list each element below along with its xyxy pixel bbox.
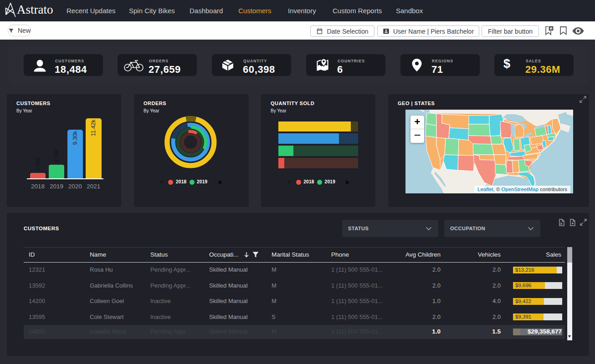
svg-text:x: x — [560, 221, 563, 226]
svg-text:Leaflet, © OpenStreetMap contr: Leaflet, © OpenStreetMap contributors — [477, 187, 567, 192]
